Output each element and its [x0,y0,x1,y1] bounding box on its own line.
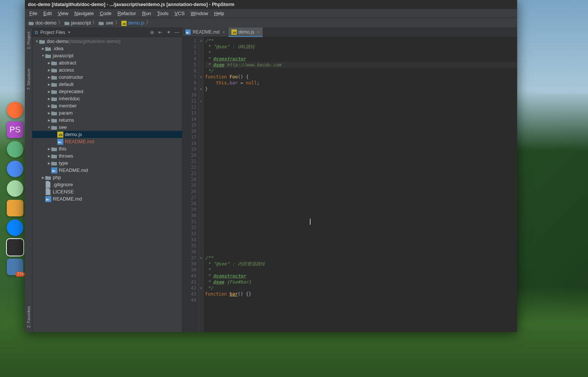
dock-wechat-icon[interactable] [7,180,23,197]
dock: PS779 [7,102,23,275]
editor[interactable]: 1234567891011121314151617181920212223242… [182,37,517,332]
close-icon[interactable]: × [257,30,260,34]
tree-node[interactable]: abstract [32,59,182,66]
dock-firefox-dev-icon[interactable] [7,219,23,236]
project-panel-header: ⧉ Project Files ▼ ⊕ ⇤ ✶ — [32,28,182,37]
tree-node[interactable]: M↓README.md [32,195,182,202]
svg-text:M↓: M↓ [186,31,190,34]
dock-terminal-icon[interactable] [7,239,23,256]
tree-node[interactable]: see [32,124,182,131]
editor-tabs: M↓README.md×JSdemo.js× [182,28,517,37]
menubar: FileEditViewNavigateCodeRefactorRunTools… [25,9,517,18]
menu-help[interactable]: Help [211,9,227,17]
tree-node[interactable]: returns [32,116,182,124]
project-tree[interactable]: doc-demo (/data/github/doc-demo).ideajav… [32,37,182,332]
svg-text:JS: JS [122,22,126,25]
dock-unknown-icon[interactable]: 779 [7,259,23,275]
svg-text:JS: JS [58,133,63,137]
tree-node[interactable]: param [32,109,182,116]
tree-node[interactable]: .gitignore [32,181,182,188]
tree-node[interactable]: throws [32,152,182,159]
code[interactable]: /** * "@see" : URL跳转 * * @constructor * … [204,37,517,332]
close-icon[interactable]: × [222,30,225,34]
project-panel-title[interactable]: Project Files [40,30,65,35]
hide-icon[interactable]: — [174,29,180,35]
menu-navigate[interactable]: Navigate [71,9,96,17]
tool-tab-favorites[interactable]: 2: Favorites [26,304,32,330]
menu-vcs[interactable]: VCS [172,9,188,17]
dock-atom-icon[interactable] [7,141,23,158]
tree-node[interactable]: M↓README.md [32,167,182,174]
menu-window[interactable]: Window [188,9,211,17]
gutter[interactable]: 1234567891011121314151617181920212223242… [182,37,199,332]
menu-tools[interactable]: Tools [154,9,172,17]
tree-node[interactable]: M↓README.md [32,138,182,145]
svg-text:M↓: M↓ [46,198,50,201]
tree-node[interactable]: deprecated [32,88,182,95]
menu-file[interactable]: File [26,9,40,17]
app-window: doc-demo [/data/github/doc-demo] - .../j… [25,0,517,332]
tree-node[interactable]: inheritdoc [32,95,182,102]
svg-text:M↓: M↓ [52,169,56,173]
dock-firefox-icon[interactable] [7,102,23,118]
dock-files-icon[interactable] [7,200,23,216]
tree-node[interactable]: php [32,174,182,181]
editor-tab[interactable]: JSdemo.js× [228,28,263,37]
menu-view[interactable]: View [55,9,71,17]
tree-node[interactable]: .idea [32,45,182,52]
tree-node[interactable]: member [32,102,182,109]
menu-run[interactable]: Run [139,9,154,17]
tree-node[interactable]: default [32,81,182,88]
target-icon[interactable]: ⊕ [149,29,155,35]
settings-icon[interactable]: ✶ [165,29,172,35]
editor-tab[interactable]: M↓README.md× [182,28,228,37]
project-view-icon: ⧉ [35,30,38,35]
dock-phpstorm-icon[interactable]: PS [7,121,23,138]
tree-node[interactable]: javascript [32,52,182,59]
tree-node[interactable]: access [32,66,182,74]
dock-chrome-icon[interactable] [7,161,23,177]
tool-tab-structure[interactable]: 7: Structure [26,66,32,92]
menu-code[interactable]: Code [97,9,115,17]
collapse-icon[interactable]: ⇤ [157,29,163,35]
breadcrumb-item[interactable]: see [97,20,115,26]
svg-text:JS: JS [232,31,236,34]
editor-area: M↓README.md×JSdemo.js× 12345678910111213… [182,28,517,332]
tool-tab-project[interactable]: 1: Project [26,29,32,51]
fold-strip[interactable]: ⊟⊟⊟▸⊟⊟ [199,37,204,332]
tree-node[interactable]: constructor [32,74,182,81]
tree-node[interactable]: this [32,145,182,152]
breadcrumb-item[interactable]: JSdemo.js [120,20,146,26]
tree-node[interactable]: doc-demo (/data/github/doc-demo) [32,38,182,45]
breadcrumb: doc-demo〉javascript〉see〉JSdemo.js〉 [25,18,517,28]
project-panel: ⧉ Project Files ▼ ⊕ ⇤ ✶ — doc-demo (/dat… [32,28,182,332]
window-title: doc-demo [/data/github/doc-demo] - .../j… [28,2,234,7]
dropdown-icon[interactable]: ▼ [67,31,71,34]
text-cursor [310,219,311,225]
menu-refactor[interactable]: Refactor [115,9,139,17]
menu-edit[interactable]: Edit [40,9,55,17]
svg-text:M↓: M↓ [58,141,62,144]
tree-node[interactable]: JSdemo.js [32,131,182,138]
tree-node[interactable]: LICENSE [32,188,182,195]
breadcrumb-item[interactable]: javascript [63,20,93,26]
tree-node[interactable]: type [32,159,182,167]
breadcrumb-item[interactable]: doc-demo [27,20,58,26]
window-titlebar[interactable]: doc-demo [/data/github/doc-demo] - .../j… [25,0,517,9]
left-tool-strip: 1: Project 7: Structure 2: Favorites [25,28,32,332]
